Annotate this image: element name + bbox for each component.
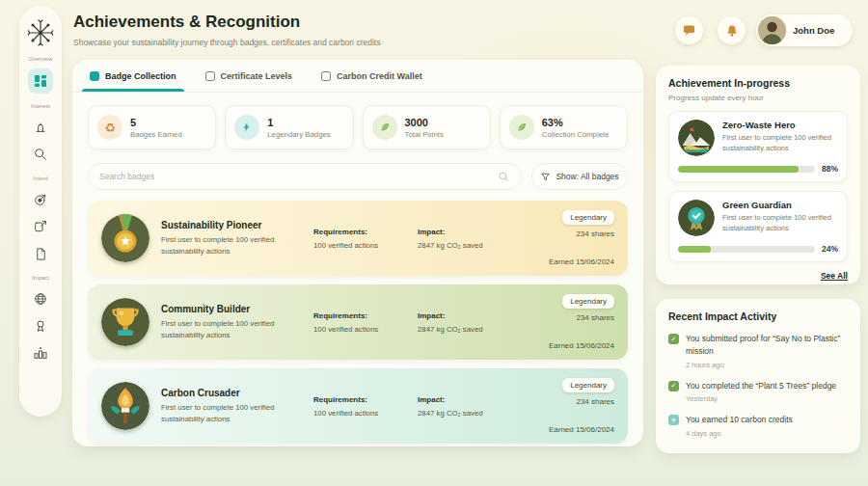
lightning-icon	[234, 115, 259, 140]
sidebar-item-award[interactable]	[32, 119, 49, 136]
check-icon: ✓	[668, 381, 679, 392]
leaf-icon	[372, 115, 397, 140]
sidebar-item-dashboard[interactable]	[28, 68, 53, 94]
stat-badges-earned: ♻ 5 Badges Earned	[88, 105, 216, 149]
stat-value: 1	[267, 117, 330, 128]
left-sidebar: Overview Interest Intent	[19, 6, 62, 417]
bell-icon	[725, 24, 739, 38]
search-icon	[33, 147, 48, 162]
badge-meta: Legendary 234 shares Earned 15/06/2024	[549, 210, 614, 266]
activity-text: You earned 10 carbon credits	[686, 414, 793, 426]
user-menu[interactable]: John Doe	[756, 14, 853, 46]
document-icon	[34, 247, 48, 261]
notifications-button[interactable]	[718, 16, 746, 44]
check-icon: ✓	[668, 334, 679, 344]
certificate-levels-tab-icon	[205, 71, 215, 81]
medal-star-icon	[101, 214, 149, 262]
tab-carbon-credit-wallet[interactable]: Carbon Credit Wallet	[321, 60, 422, 92]
progress-item-zero-waste-hero[interactable]: Zero-Waste Hero First user to complete 1…	[668, 111, 848, 182]
badge-description: First user to complete 100 verified sust…	[161, 234, 288, 256]
share-count: 234 shares	[576, 313, 614, 322]
progress-item-green-guardian[interactable]: Green Guardian First user to complete 10…	[668, 191, 848, 262]
stat-collection-complete: 63% Collection Complete	[500, 105, 628, 149]
search-input[interactable]	[99, 172, 498, 181]
sidebar-section-overview: Overview	[28, 56, 52, 62]
progress-bar	[678, 166, 815, 173]
badge-requirements: Requirements: 100 verified actions	[313, 395, 418, 418]
badge-description: First user to complete 100 verified sust…	[161, 402, 288, 424]
sidebar-item-globe[interactable]	[32, 290, 49, 308]
see-all-link[interactable]: See All	[668, 271, 848, 281]
recycle-icon: ♻	[97, 115, 122, 140]
leaf-icon	[509, 115, 534, 140]
filter-label: Show: All badges	[556, 172, 618, 181]
sidebar-item-target[interactable]	[32, 191, 49, 208]
progress-fill	[678, 166, 799, 173]
award-icon	[33, 120, 48, 135]
stat-total-points: 3000 Total Points	[363, 105, 491, 149]
badge-description: First user to complete 100 verified sust…	[161, 318, 288, 340]
badge-card-sustainability-pioneer[interactable]: Sustainability Pioneer First user to com…	[88, 201, 628, 276]
funnel-icon	[540, 172, 551, 182]
badge-name: Sustainability Pioneer	[161, 220, 313, 230]
badge-meta: Legendary 234 shares Earned 15/06/2024	[549, 294, 614, 350]
torch-icon	[101, 382, 149, 430]
progress-description: First user to complete 100 verified sust…	[722, 133, 838, 154]
sidebar-section-intent: Intent	[33, 176, 47, 181]
badge-meta: Legendary 234 shares Earned 15/06/2024	[549, 378, 614, 434]
activity-title: Recent Impact Activity	[668, 310, 848, 322]
avatar	[758, 16, 786, 44]
in-progress-title: Achievement In-progress	[668, 77, 848, 89]
tab-badge-collection[interactable]: Badge Collection	[90, 60, 176, 92]
activity-item: ✓ You submitted proof for “Say No to Pla…	[668, 333, 848, 369]
achievement-in-progress-card: Achievement In-progress Progress update …	[656, 66, 860, 284]
activity-text: You completed the “Plant 5 Trees” pledge	[686, 380, 836, 392]
sidebar-section-impact: Impact	[32, 275, 49, 281]
globe-icon	[33, 291, 48, 307]
activity-item: ✓ You completed the “Plant 5 Trees” pled…	[668, 380, 848, 404]
badge-requirements: Requirements: 100 verified actions	[313, 311, 418, 334]
sidebar-item-medal[interactable]	[32, 317, 49, 335]
badge-collection-tab-icon	[90, 71, 99, 81]
stat-label: Legendary Badges	[267, 130, 330, 139]
activity-item: ✦ You earned 10 carbon credits 4 days ag…	[668, 414, 848, 438]
badge-requirements: Requirements: 100 verified actions	[313, 228, 418, 250]
stat-value: 5	[130, 117, 182, 128]
progress-percent: 24%	[822, 244, 838, 254]
badge-card-community-builder[interactable]: Community Builder First user to complete…	[88, 284, 628, 360]
search-row: Show: All badges	[72, 157, 643, 194]
search-box	[88, 163, 522, 190]
sidebar-section-interest: Interest	[31, 103, 50, 109]
tier-badge: Legendary	[562, 210, 614, 225]
badge-name: Community Builder	[161, 304, 313, 314]
credit-icon: ✦	[668, 415, 679, 425]
sidebar-item-document[interactable]	[32, 245, 49, 262]
tab-label: Badge Collection	[105, 71, 176, 81]
page-title: Achievements & Recognition	[73, 13, 300, 32]
earned-date: Earned 15/06/2024	[549, 257, 614, 266]
share-count: 234 shares	[576, 230, 614, 238]
share-icon	[33, 219, 48, 234]
stat-label: Badges Earned	[130, 130, 182, 139]
sidebar-item-leaderboard[interactable]	[32, 344, 49, 362]
target-icon	[33, 192, 48, 207]
progress-description: First user to complete 100 verified sust…	[722, 213, 838, 234]
dashboard-grid-icon	[34, 74, 47, 88]
tab-certificate-levels[interactable]: Certificate Levels	[205, 60, 293, 92]
stat-value: 63%	[542, 117, 610, 128]
badge-card-carbon-crusader[interactable]: Carbon Crusader First user to complete 1…	[88, 368, 628, 444]
messages-button[interactable]	[675, 16, 703, 44]
filter-button[interactable]: Show: All badges	[531, 163, 628, 190]
sidebar-item-share[interactable]	[32, 218, 49, 235]
main-panel: Badge Collection Certificate Levels Carb…	[72, 60, 643, 446]
sidebar-item-search[interactable]	[32, 146, 49, 163]
progress-name: Zero-Waste Hero	[722, 120, 838, 130]
badge-impact: Impact: 2847 kg CO₂ saved	[418, 395, 522, 418]
progress-percent: 88%	[822, 164, 838, 174]
badge-list: Sustainability Pioneer First user to com…	[72, 194, 643, 444]
in-progress-subtitle: Progress update every hour	[668, 94, 848, 102]
progress-name: Green Guardian	[722, 200, 838, 210]
earned-date: Earned 15/06/2024	[549, 425, 614, 434]
progress-bar	[678, 246, 815, 253]
tab-label: Certificate Levels	[221, 71, 293, 81]
